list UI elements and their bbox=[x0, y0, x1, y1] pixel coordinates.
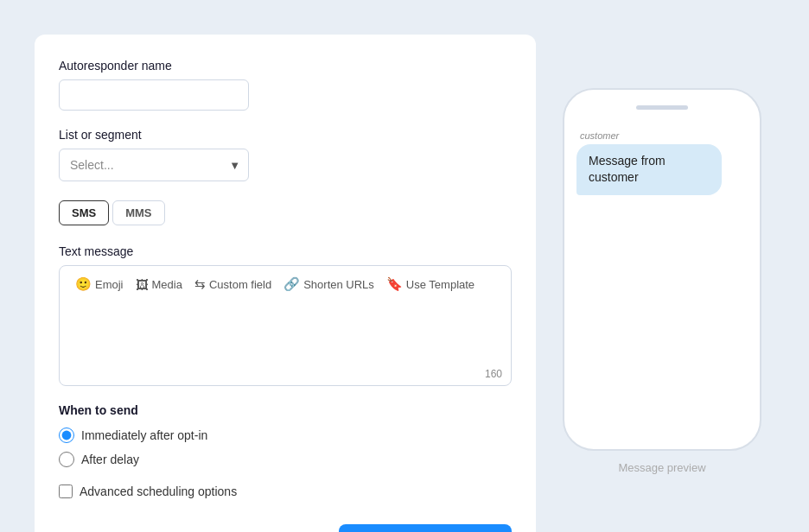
advanced-scheduling-option[interactable]: Advanced scheduling options bbox=[59, 484, 512, 498]
text-message-section: Text message 🙂 Emoji 🖼 Media ⇆ Custom fi… bbox=[59, 244, 512, 386]
message-textarea[interactable] bbox=[60, 301, 511, 361]
use-template-button[interactable]: 🔖 Use Template bbox=[381, 275, 480, 294]
custom-field-icon: ⇆ bbox=[194, 276, 206, 292]
list-segment-label: List or segment bbox=[59, 128, 512, 142]
use-template-label: Use Template bbox=[406, 278, 475, 291]
char-count: 160 bbox=[60, 364, 511, 385]
shorten-urls-icon: 🔗 bbox=[283, 276, 300, 292]
use-template-icon: 🔖 bbox=[386, 276, 403, 292]
when-to-send-label: When to send bbox=[59, 403, 512, 417]
media-button[interactable]: 🖼 Media bbox=[131, 276, 188, 294]
emoji-label: Emoji bbox=[95, 278, 124, 291]
advanced-scheduling-checkbox[interactable] bbox=[59, 484, 73, 498]
autoresponder-name-label: Autoresponder name bbox=[59, 59, 512, 73]
advanced-scheduling-label: Advanced scheduling options bbox=[80, 484, 237, 498]
delay-option[interactable]: After delay bbox=[59, 452, 512, 467]
save-btn-wrapper: Save autoresponder bbox=[59, 524, 512, 532]
page-wrapper: Autoresponder name List or segment Selec… bbox=[17, 17, 792, 532]
message-toolbar: 🙂 Emoji 🖼 Media ⇆ Custom field 🔗 Shorten… bbox=[60, 266, 511, 301]
shorten-urls-label: Shorten URLs bbox=[303, 278, 374, 291]
phone-frame: customer Message from customer bbox=[563, 88, 761, 451]
sms-mms-toggle: SMS MMS bbox=[59, 200, 512, 225]
delay-radio[interactable] bbox=[59, 452, 74, 467]
left-panel: Autoresponder name List or segment Selec… bbox=[35, 35, 536, 532]
select-wrapper: Select... ▼ bbox=[59, 149, 249, 181]
bubble-sender: customer bbox=[576, 130, 619, 141]
media-label: Media bbox=[152, 278, 182, 291]
phone-notch bbox=[636, 105, 688, 110]
autoresponder-name-input[interactable] bbox=[59, 79, 249, 111]
right-panel: customer Message from customer Message p… bbox=[550, 35, 774, 527]
media-icon: 🖼 bbox=[136, 277, 149, 292]
emoji-button[interactable]: 🙂 Emoji bbox=[70, 275, 129, 294]
custom-field-button[interactable]: ⇆ Custom field bbox=[189, 275, 277, 294]
text-message-label: Text message bbox=[59, 244, 512, 258]
custom-field-label: Custom field bbox=[209, 278, 271, 291]
immediately-radio[interactable] bbox=[59, 428, 74, 443]
immediately-option[interactable]: Immediately after opt-in bbox=[59, 428, 512, 443]
shorten-urls-button[interactable]: 🔗 Shorten URLs bbox=[278, 275, 379, 294]
immediately-label: Immediately after opt-in bbox=[81, 428, 207, 442]
advanced-scheduling-section: Advanced scheduling options bbox=[59, 484, 512, 498]
delay-label: After delay bbox=[81, 453, 139, 466]
message-bubble: Message from customer bbox=[576, 144, 722, 195]
sms-button[interactable]: SMS bbox=[59, 200, 109, 225]
autoresponder-name-section: Autoresponder name bbox=[59, 59, 512, 111]
message-box: 🙂 Emoji 🖼 Media ⇆ Custom field 🔗 Shorten… bbox=[59, 265, 512, 386]
mms-button[interactable]: MMS bbox=[112, 200, 164, 225]
list-segment-select[interactable]: Select... bbox=[59, 149, 249, 181]
preview-label: Message preview bbox=[618, 461, 705, 474]
emoji-icon: 🙂 bbox=[75, 276, 92, 292]
radio-group: Immediately after opt-in After delay bbox=[59, 428, 512, 467]
save-autoresponder-button[interactable]: Save autoresponder bbox=[339, 524, 512, 532]
message-bubble-wrapper: customer Message from customer bbox=[576, 130, 748, 195]
list-segment-section: List or segment Select... ▼ bbox=[59, 128, 512, 181]
phone-screen: customer Message from customer bbox=[564, 122, 760, 449]
when-to-send-section: When to send Immediately after opt-in Af… bbox=[59, 403, 512, 467]
